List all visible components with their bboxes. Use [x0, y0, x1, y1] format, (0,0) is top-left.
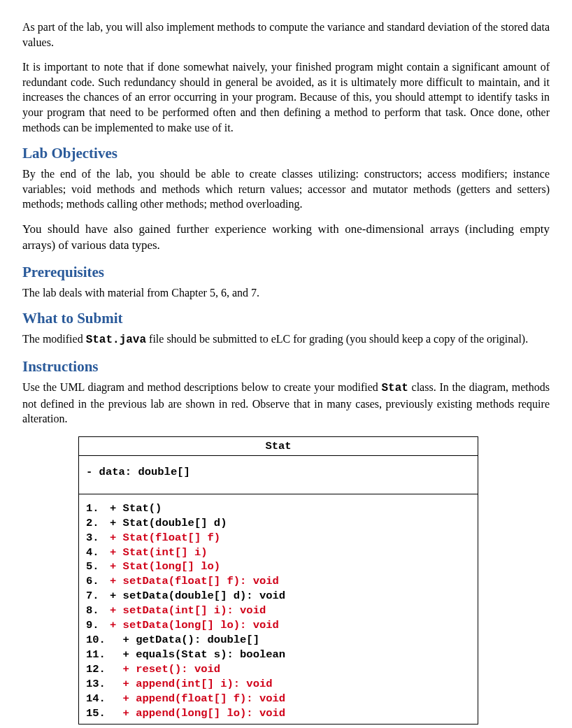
uml-method-number: 15.: [86, 706, 110, 721]
uml-method-signature: + setData(double[] d): void: [110, 589, 471, 604]
uml-method-number: 14.: [86, 692, 110, 706]
uml-method-row: 4.+ Stat(int[] i): [86, 545, 471, 560]
uml-method-row: 7.+ setData(double[] d): void: [86, 589, 471, 604]
uml-method-number: 9.: [86, 618, 110, 633]
submit-suffix: file should be submitted to eLC for grad…: [146, 333, 528, 345]
uml-method-row: 3.+ Stat(float[] f): [86, 531, 471, 545]
uml-method-signature: + setData(int[] i): void: [110, 604, 471, 618]
uml-method-row: 6.+ setData(float[] f): void: [86, 574, 471, 589]
uml-method-signature: + append(long[] lo): void: [110, 706, 471, 721]
uml-method-number: 7.: [86, 589, 110, 604]
uml-method-row: 9.+ setData(long[] lo): void: [86, 618, 471, 633]
uml-method-signature: + Stat(double[] d): [110, 516, 471, 531]
uml-method-signature: + reset(): void: [110, 662, 471, 677]
prereq-heading: Prerequisites: [22, 264, 550, 281]
uml-method-number: 2.: [86, 516, 110, 531]
uml-method-number: 6.: [86, 574, 110, 589]
uml-method-row: 14. + append(float[] f): void: [86, 692, 471, 706]
uml-method-number: 5.: [86, 559, 110, 574]
uml-method-row: 11. + equals(Stat s): boolean: [86, 648, 471, 662]
uml-diagram: Stat - data: double[] 1.+ Stat()2.+ Stat…: [78, 436, 477, 725]
uml-method-row: 8.+ setData(int[] i): void: [86, 604, 471, 618]
prereq-p1: The lab deals with material from Chapter…: [22, 285, 550, 301]
uml-class-name: Stat: [79, 437, 478, 456]
objectives-p2: You should have also gained further expe…: [22, 222, 550, 254]
submit-prefix: The modified: [22, 333, 86, 345]
uml-method-number: 1.: [86, 501, 110, 516]
submit-code: Stat.java: [86, 334, 146, 346]
uml-methods: 1.+ Stat()2.+ Stat(double[] d)3.+ Stat(f…: [79, 494, 478, 724]
instructions-paragraph: Use the UML diagram and method descripti…: [22, 380, 550, 427]
objectives-p1: By the end of the lab, you should be abl…: [22, 166, 550, 212]
uml-method-signature: + Stat(): [110, 501, 471, 516]
uml-method-signature: + Stat(int[] i): [110, 545, 471, 560]
intro-paragraph-2: It is important to note that if done som…: [22, 59, 550, 135]
uml-method-row: 1.+ Stat(): [86, 501, 471, 516]
uml-method-row: 2.+ Stat(double[] d): [86, 516, 471, 531]
uml-method-signature: + setData(float[] f): void: [110, 574, 471, 589]
intro-paragraph-1: As part of the lab, you will also implem…: [22, 20, 550, 50]
uml-method-signature: + getData(): double[]: [110, 633, 471, 648]
uml-method-signature: + setData(long[] lo): void: [110, 618, 471, 633]
uml-method-signature: + append(float[] f): void: [110, 692, 471, 706]
uml-method-row: 13. + append(int[] i): void: [86, 677, 471, 692]
uml-method-signature: + Stat(float[] f): [110, 531, 471, 545]
uml-method-signature: + Stat(long[] lo): [110, 559, 471, 574]
uml-method-row: 10. + getData(): double[]: [86, 633, 471, 648]
uml-method-signature: + append(int[] i): void: [110, 677, 471, 692]
objectives-heading: Lab Objectives: [22, 145, 550, 162]
submit-heading: What to Submit: [22, 310, 550, 327]
uml-method-number: 13.: [86, 677, 110, 692]
uml-method-signature: + equals(Stat s): boolean: [110, 648, 471, 662]
uml-method-row: 5.+ Stat(long[] lo): [86, 559, 471, 574]
uml-method-number: 12.: [86, 662, 110, 677]
uml-method-number: 3.: [86, 531, 110, 545]
uml-method-row: 15. + append(long[] lo): void: [86, 706, 471, 721]
submit-paragraph: The modified Stat.java file should be su…: [22, 331, 550, 348]
uml-method-number: 10.: [86, 633, 110, 648]
instructions-code: Stat: [381, 382, 408, 394]
instructions-heading: Instructions: [22, 358, 550, 376]
uml-method-row: 12. + reset(): void: [86, 662, 471, 677]
uml-attributes: - data: double[]: [79, 456, 478, 494]
uml-method-number: 11.: [86, 648, 110, 662]
uml-method-number: 8.: [86, 604, 110, 618]
instructions-prefix: Use the UML diagram and method descripti…: [22, 381, 381, 393]
uml-method-number: 4.: [86, 545, 110, 560]
